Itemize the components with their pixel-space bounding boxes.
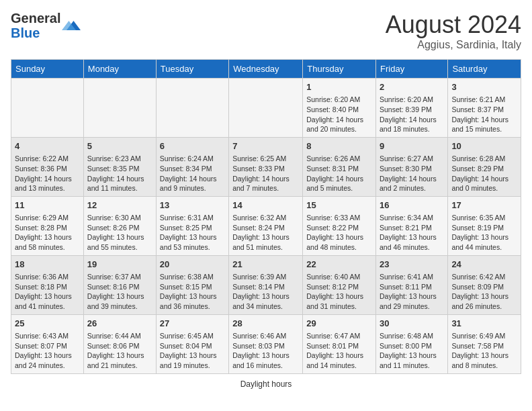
calendar-cell xyxy=(229,79,303,138)
calendar-cell: 16Sunrise: 6:34 AM Sunset: 8:21 PM Dayli… xyxy=(376,196,448,255)
cell-content: Sunrise: 6:46 AM Sunset: 8:03 PM Dayligh… xyxy=(232,331,299,371)
cell-content: Sunrise: 6:30 AM Sunset: 8:26 PM Dayligh… xyxy=(87,213,152,253)
cell-content: Sunrise: 6:27 AM Sunset: 8:30 PM Dayligh… xyxy=(380,154,444,193)
day-number: 30 xyxy=(380,318,444,330)
calendar-cell: 21Sunrise: 6:39 AM Sunset: 8:14 PM Dayli… xyxy=(229,255,303,314)
cell-content: Sunrise: 6:20 AM Sunset: 8:39 PM Dayligh… xyxy=(380,95,444,134)
calendar-cell: 12Sunrise: 6:30 AM Sunset: 8:26 PM Dayli… xyxy=(83,196,156,255)
cell-content: Sunrise: 6:39 AM Sunset: 8:14 PM Dayligh… xyxy=(232,272,299,312)
day-number: 19 xyxy=(87,259,152,271)
calendar-cell: 25Sunrise: 6:43 AM Sunset: 8:07 PM Dayli… xyxy=(11,314,84,373)
day-number: 31 xyxy=(451,318,517,330)
cell-content: Sunrise: 6:34 AM Sunset: 8:21 PM Dayligh… xyxy=(380,213,444,253)
day-number: 16 xyxy=(380,199,444,212)
daylight-label: Daylight hours xyxy=(240,379,292,389)
cell-content: Sunrise: 6:24 AM Sunset: 8:34 PM Dayligh… xyxy=(160,154,225,193)
cell-content: Sunrise: 6:22 AM Sunset: 8:36 PM Dayligh… xyxy=(15,154,80,193)
title-block: August 2024 Aggius, Sardinia, Italy xyxy=(386,11,521,51)
calendar-cell: 11Sunrise: 6:29 AM Sunset: 8:28 PM Dayli… xyxy=(11,196,84,255)
day-number: 13 xyxy=(160,199,225,212)
calendar-cell: 4Sunrise: 6:22 AM Sunset: 8:36 PM Daylig… xyxy=(11,137,84,196)
cell-content: Sunrise: 6:45 AM Sunset: 8:04 PM Dayligh… xyxy=(160,331,225,371)
day-number: 20 xyxy=(160,259,225,271)
calendar-cell: 15Sunrise: 6:33 AM Sunset: 8:22 PM Dayli… xyxy=(303,196,376,255)
day-number: 14 xyxy=(232,199,299,212)
week-row-5: 25Sunrise: 6:43 AM Sunset: 8:07 PM Dayli… xyxy=(11,314,521,373)
calendar-cell: 22Sunrise: 6:40 AM Sunset: 8:12 PM Dayli… xyxy=(303,255,376,314)
day-number: 4 xyxy=(15,140,80,152)
day-number: 27 xyxy=(160,318,225,330)
calendar-header-row: SundayMondayTuesdayWednesdayThursdayFrid… xyxy=(11,60,521,79)
calendar-cell: 20Sunrise: 6:38 AM Sunset: 8:15 PM Dayli… xyxy=(156,255,228,314)
day-number: 29 xyxy=(306,318,372,330)
calendar-cell: 5Sunrise: 6:23 AM Sunset: 8:35 PM Daylig… xyxy=(83,137,156,196)
calendar-cell: 31Sunrise: 6:49 AM Sunset: 7:58 PM Dayli… xyxy=(448,314,521,373)
column-header-saturday: Saturday xyxy=(448,60,521,79)
cell-content: Sunrise: 6:36 AM Sunset: 8:18 PM Dayligh… xyxy=(15,272,80,312)
day-number: 10 xyxy=(451,140,517,152)
day-number: 17 xyxy=(451,199,517,212)
column-header-wednesday: Wednesday xyxy=(229,60,303,79)
week-row-4: 18Sunrise: 6:36 AM Sunset: 8:18 PM Dayli… xyxy=(11,255,521,314)
day-number: 23 xyxy=(380,259,444,271)
calendar-cell xyxy=(156,79,228,138)
calendar-cell: 6Sunrise: 6:24 AM Sunset: 8:34 PM Daylig… xyxy=(156,137,228,196)
cell-content: Sunrise: 6:47 AM Sunset: 8:01 PM Dayligh… xyxy=(306,331,372,371)
calendar-cell xyxy=(83,79,156,138)
calendar-cell: 13Sunrise: 6:31 AM Sunset: 8:25 PM Dayli… xyxy=(156,196,228,255)
day-number: 5 xyxy=(87,140,152,152)
calendar-cell: 17Sunrise: 6:35 AM Sunset: 8:19 PM Dayli… xyxy=(448,196,521,255)
page-header: General Blue August 2024 Aggius, Sardini… xyxy=(11,11,521,51)
calendar-cell: 1Sunrise: 6:20 AM Sunset: 8:40 PM Daylig… xyxy=(303,79,376,138)
cell-content: Sunrise: 6:41 AM Sunset: 8:11 PM Dayligh… xyxy=(380,272,444,312)
calendar-cell: 30Sunrise: 6:48 AM Sunset: 8:00 PM Dayli… xyxy=(376,314,448,373)
calendar-cell: 3Sunrise: 6:21 AM Sunset: 8:37 PM Daylig… xyxy=(448,79,521,138)
calendar-table: SundayMondayTuesdayWednesdayThursdayFrid… xyxy=(11,59,521,374)
calendar-cell: 2Sunrise: 6:20 AM Sunset: 8:39 PM Daylig… xyxy=(376,79,448,138)
day-number: 24 xyxy=(451,259,517,271)
calendar-cell: 19Sunrise: 6:37 AM Sunset: 8:16 PM Dayli… xyxy=(83,255,156,314)
location: Aggius, Sardinia, Italy xyxy=(386,39,521,51)
cell-content: Sunrise: 6:23 AM Sunset: 8:35 PM Dayligh… xyxy=(87,154,152,193)
cell-content: Sunrise: 6:37 AM Sunset: 8:16 PM Dayligh… xyxy=(87,272,152,312)
cell-content: Sunrise: 6:21 AM Sunset: 8:37 PM Dayligh… xyxy=(451,95,517,134)
calendar-cell: 29Sunrise: 6:47 AM Sunset: 8:01 PM Dayli… xyxy=(303,314,376,373)
day-number: 9 xyxy=(380,140,444,152)
calendar-cell: 18Sunrise: 6:36 AM Sunset: 8:18 PM Dayli… xyxy=(11,255,84,314)
cell-content: Sunrise: 6:42 AM Sunset: 8:09 PM Dayligh… xyxy=(451,272,517,312)
cell-content: Sunrise: 6:25 AM Sunset: 8:33 PM Dayligh… xyxy=(232,154,299,193)
cell-content: Sunrise: 6:28 AM Sunset: 8:29 PM Dayligh… xyxy=(451,154,517,193)
calendar-cell: 10Sunrise: 6:28 AM Sunset: 8:29 PM Dayli… xyxy=(448,137,521,196)
cell-content: Sunrise: 6:33 AM Sunset: 8:22 PM Dayligh… xyxy=(306,213,372,253)
calendar-cell: 14Sunrise: 6:32 AM Sunset: 8:24 PM Dayli… xyxy=(229,196,303,255)
calendar-cell: 9Sunrise: 6:27 AM Sunset: 8:30 PM Daylig… xyxy=(376,137,448,196)
calendar-cell xyxy=(11,79,84,138)
day-number: 2 xyxy=(380,81,444,93)
cell-content: Sunrise: 6:49 AM Sunset: 7:58 PM Dayligh… xyxy=(451,331,517,371)
day-number: 12 xyxy=(87,199,152,212)
logo-blue-text: Blue xyxy=(11,26,40,40)
calendar-cell: 8Sunrise: 6:26 AM Sunset: 8:31 PM Daylig… xyxy=(303,137,376,196)
cell-content: Sunrise: 6:20 AM Sunset: 8:40 PM Dayligh… xyxy=(306,95,372,134)
cell-content: Sunrise: 6:31 AM Sunset: 8:25 PM Dayligh… xyxy=(160,213,225,253)
logo: General Blue xyxy=(11,11,81,40)
day-number: 1 xyxy=(306,81,372,93)
day-number: 18 xyxy=(15,259,80,271)
day-number: 8 xyxy=(306,140,372,152)
day-number: 21 xyxy=(232,259,299,271)
footer: Daylight hours xyxy=(11,379,521,389)
day-number: 7 xyxy=(232,140,299,152)
week-row-1: 1Sunrise: 6:20 AM Sunset: 8:40 PM Daylig… xyxy=(11,79,521,138)
cell-content: Sunrise: 6:26 AM Sunset: 8:31 PM Dayligh… xyxy=(306,154,372,193)
column-header-friday: Friday xyxy=(376,60,448,79)
cell-content: Sunrise: 6:44 AM Sunset: 8:06 PM Dayligh… xyxy=(87,331,152,371)
logo-general-text: General xyxy=(11,11,60,26)
day-number: 22 xyxy=(306,259,372,271)
day-number: 25 xyxy=(15,318,80,330)
cell-content: Sunrise: 6:38 AM Sunset: 8:15 PM Dayligh… xyxy=(160,272,225,312)
calendar-cell: 24Sunrise: 6:42 AM Sunset: 8:09 PM Dayli… xyxy=(448,255,521,314)
day-number: 11 xyxy=(15,199,80,212)
cell-content: Sunrise: 6:48 AM Sunset: 8:00 PM Dayligh… xyxy=(380,331,444,371)
month-year: August 2024 xyxy=(386,11,521,39)
cell-content: Sunrise: 6:35 AM Sunset: 8:19 PM Dayligh… xyxy=(451,213,517,253)
